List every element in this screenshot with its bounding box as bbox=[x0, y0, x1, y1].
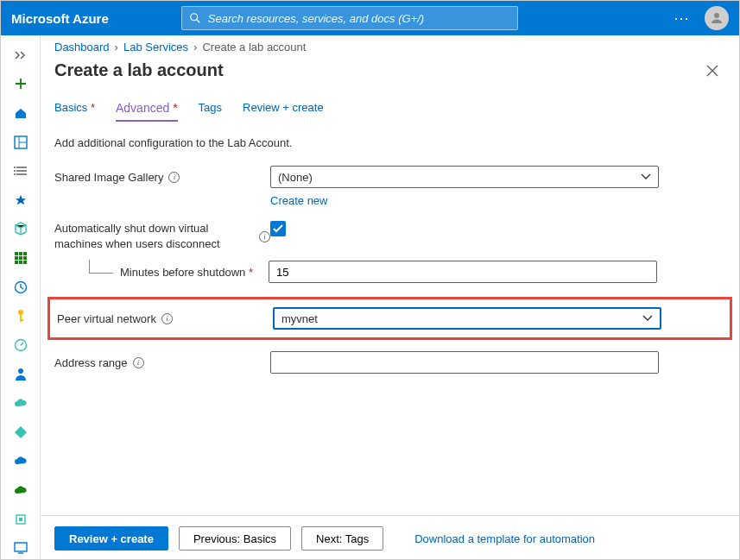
svg-rect-14 bbox=[23, 252, 27, 255]
breadcrumb-dashboard[interactable]: Dashboard bbox=[54, 41, 110, 53]
nav-clock-icon[interactable] bbox=[5, 274, 36, 300]
tab-tags[interactable]: Tags bbox=[199, 101, 222, 122]
nav-add-icon[interactable] bbox=[5, 72, 36, 98]
info-icon[interactable]: i bbox=[133, 357, 144, 368]
svg-point-0 bbox=[191, 14, 198, 21]
nav-favorite-icon[interactable] bbox=[5, 187, 36, 213]
nav-device-icon[interactable] bbox=[5, 535, 36, 560]
svg-rect-15 bbox=[15, 256, 18, 260]
user-avatar[interactable] bbox=[705, 6, 729, 30]
side-nav bbox=[1, 35, 41, 560]
svg-rect-20 bbox=[23, 261, 27, 264]
breadcrumb-lab-services[interactable]: Lab Services bbox=[123, 41, 188, 53]
nav-gauge-icon[interactable] bbox=[5, 332, 36, 358]
auto-shutdown-label: Automatically shut down virtual machines… bbox=[54, 221, 254, 252]
search-icon bbox=[189, 12, 201, 24]
nav-home-icon[interactable] bbox=[5, 100, 36, 126]
nav-list-icon[interactable] bbox=[5, 158, 36, 184]
indent-connector bbox=[89, 260, 113, 274]
svg-rect-13 bbox=[19, 252, 22, 255]
svg-point-10 bbox=[14, 170, 16, 172]
page-title: Create a lab account bbox=[54, 60, 699, 80]
svg-rect-17 bbox=[23, 256, 27, 260]
nav-profile-icon[interactable] bbox=[5, 362, 36, 387]
peer-vnet-label: Peer virtual network bbox=[57, 312, 156, 325]
footer-bar: Review + create Previous: Basics Next: T… bbox=[41, 515, 739, 560]
brand-logo[interactable]: Microsoft Azure bbox=[11, 11, 109, 26]
review-create-button[interactable]: Review + create bbox=[54, 526, 168, 551]
svg-rect-12 bbox=[15, 252, 18, 255]
svg-point-11 bbox=[14, 173, 16, 175]
tab-basics[interactable]: Basics * bbox=[54, 101, 95, 122]
tabs: Basics * Advanced * Tags Review + create bbox=[41, 91, 739, 123]
nav-cube-icon[interactable] bbox=[5, 217, 36, 242]
nav-cloud3-icon[interactable] bbox=[5, 477, 36, 503]
main-area: Dashboard › Lab Services › Create a lab … bbox=[41, 35, 739, 560]
peer-vnet-value: myvnet bbox=[281, 312, 318, 325]
next-button[interactable]: Next: Tags bbox=[301, 526, 383, 551]
address-range-label: Address range bbox=[54, 356, 128, 369]
tab-advanced[interactable]: Advanced * bbox=[116, 101, 178, 122]
breadcrumb-current: Create a lab account bbox=[202, 41, 306, 53]
create-new-link[interactable]: Create new bbox=[270, 194, 327, 207]
chevron-down-icon bbox=[642, 315, 653, 322]
breadcrumb-sep: › bbox=[193, 41, 197, 53]
nav-dashboard-icon[interactable] bbox=[5, 129, 36, 155]
info-icon[interactable]: i bbox=[161, 313, 173, 324]
svg-point-2 bbox=[714, 13, 719, 18]
peer-vnet-callout: Peer virtual network i myvnet bbox=[47, 297, 732, 340]
close-button[interactable] bbox=[699, 61, 725, 80]
nav-cloud2-icon[interactable] bbox=[5, 449, 36, 475]
download-template-link[interactable]: Download a template for automation bbox=[414, 532, 595, 545]
minutes-input[interactable] bbox=[269, 261, 657, 283]
svg-rect-16 bbox=[19, 256, 22, 260]
shared-image-gallery-select[interactable]: (None) bbox=[270, 166, 659, 188]
nav-grid-icon[interactable] bbox=[5, 245, 36, 271]
form-description: Add additional configuration to the Lab … bbox=[54, 136, 725, 149]
tab-review[interactable]: Review + create bbox=[243, 101, 324, 122]
search-input[interactable] bbox=[208, 12, 510, 25]
nav-key-icon[interactable] bbox=[5, 303, 36, 329]
svg-point-9 bbox=[14, 167, 16, 168]
global-search[interactable] bbox=[181, 6, 518, 30]
info-icon[interactable]: i bbox=[259, 231, 270, 242]
more-menu-icon[interactable]: ⋯ bbox=[674, 9, 691, 28]
nav-expand-icon[interactable] bbox=[5, 42, 36, 68]
shared-image-gallery-label: Shared Image Gallery bbox=[54, 171, 163, 184]
breadcrumb: Dashboard › Lab Services › Create a lab … bbox=[41, 35, 739, 55]
nav-diamond-icon[interactable] bbox=[5, 419, 36, 445]
svg-rect-24 bbox=[20, 319, 23, 321]
svg-line-1 bbox=[197, 20, 200, 23]
nav-processor-icon[interactable] bbox=[5, 507, 36, 532]
svg-rect-28 bbox=[19, 518, 22, 521]
previous-button[interactable]: Previous: Basics bbox=[179, 526, 291, 551]
minutes-label: Minutes before shutdown bbox=[120, 266, 245, 279]
svg-rect-29 bbox=[15, 543, 27, 551]
breadcrumb-sep: › bbox=[115, 41, 118, 53]
chevron-down-icon bbox=[641, 173, 651, 180]
info-icon[interactable]: i bbox=[168, 172, 180, 183]
svg-point-26 bbox=[18, 368, 23, 374]
address-range-input[interactable] bbox=[270, 351, 659, 374]
peer-vnet-select[interactable]: myvnet bbox=[273, 307, 661, 330]
svg-rect-19 bbox=[19, 261, 22, 264]
nav-cloud1-icon[interactable] bbox=[5, 390, 36, 416]
shared-image-gallery-value: (None) bbox=[278, 171, 313, 184]
svg-rect-18 bbox=[15, 261, 18, 264]
top-header: Microsoft Azure ⋯ bbox=[1, 1, 739, 35]
auto-shutdown-checkbox[interactable] bbox=[270, 221, 286, 236]
